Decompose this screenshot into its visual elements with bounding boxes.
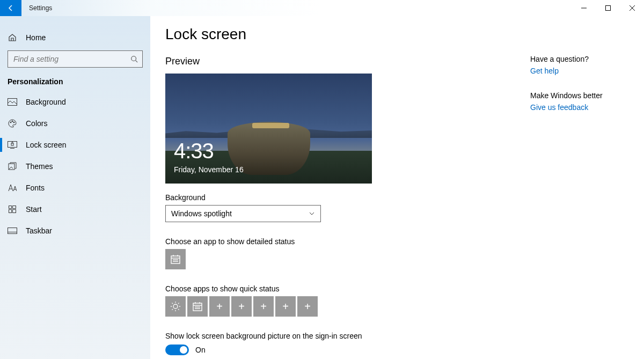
sidebar-item-lock-screen[interactable]: Lock screen	[0, 134, 150, 156]
themes-icon	[8, 162, 17, 171]
feedback-link[interactable]: Give us feedback	[530, 103, 588, 112]
quick-status-tile-calendar[interactable]	[187, 296, 208, 317]
plus-icon: +	[216, 301, 223, 313]
svg-rect-18	[8, 228, 17, 234]
svg-rect-10	[8, 142, 17, 148]
minimize-icon	[581, 5, 587, 11]
sidebar-item-themes[interactable]: Themes	[0, 156, 150, 177]
svg-line-32	[178, 309, 179, 310]
svg-rect-15	[13, 206, 16, 209]
svg-line-33	[172, 309, 173, 310]
back-button[interactable]	[0, 0, 21, 16]
lock-screen-icon	[8, 140, 17, 150]
calendar-icon	[170, 254, 181, 265]
minimize-button[interactable]	[572, 0, 596, 16]
search-icon	[130, 55, 138, 63]
show-bg-label: Show lock screen background picture on t…	[165, 332, 629, 340]
svg-rect-17	[13, 210, 16, 213]
detailed-status-label: Choose an app to show detailed status	[165, 237, 629, 246]
picture-icon	[8, 97, 17, 107]
sidebar-home[interactable]: Home	[0, 27, 150, 48]
sun-icon	[170, 301, 181, 312]
background-select-value: Windows spotlight	[171, 209, 232, 218]
quick-status-tile-weather[interactable]	[165, 296, 186, 317]
search-input[interactable]	[8, 50, 143, 68]
svg-line-34	[178, 303, 179, 304]
plus-icon: +	[260, 301, 267, 313]
svg-point-7	[10, 122, 11, 123]
title-bar: Settings	[0, 0, 644, 16]
show-bg-toggle[interactable]	[165, 345, 189, 355]
sidebar-item-taskbar[interactable]: Taskbar	[0, 220, 150, 241]
svg-rect-16	[9, 210, 12, 213]
sidebar-item-label: Background	[26, 98, 66, 106]
sidebar: Home Personalization Background Colors L…	[0, 16, 150, 359]
preview-date: Friday, November 16	[174, 165, 244, 174]
sidebar-item-label: Taskbar	[26, 226, 52, 235]
quick-status-tile-add[interactable]: +	[231, 296, 252, 317]
question-heading: Have a question?	[530, 55, 627, 63]
sidebar-item-background[interactable]: Background	[0, 91, 150, 113]
quick-status-label: Choose apps to show quick status	[165, 284, 629, 293]
get-help-link[interactable]: Get help	[530, 67, 559, 75]
sidebar-item-fonts[interactable]: Fonts	[0, 177, 150, 199]
palette-icon	[8, 119, 17, 128]
app-title: Settings	[21, 0, 60, 16]
sidebar-item-label: Fonts	[26, 184, 45, 192]
quick-status-tile-add[interactable]: +	[297, 296, 318, 317]
preview-time: 4:33	[174, 139, 214, 163]
detailed-status-app-tile[interactable]	[165, 249, 186, 269]
quick-status-tile-add[interactable]: +	[209, 296, 230, 317]
sidebar-item-colors[interactable]: Colors	[0, 113, 150, 134]
back-arrow-icon	[6, 4, 15, 12]
svg-point-26	[173, 304, 178, 309]
svg-point-8	[12, 121, 13, 122]
lock-screen-preview[interactable]: 4:33 Friday, November 16	[165, 74, 372, 184]
search-field[interactable]	[12, 54, 130, 64]
main-content: Lock screen Preview 4:33 Friday, Novembe…	[150, 16, 644, 359]
sidebar-item-label: Lock screen	[26, 141, 66, 149]
plus-icon: +	[304, 301, 311, 313]
svg-rect-14	[9, 206, 12, 209]
background-select[interactable]: Windows spotlight	[165, 205, 321, 222]
window-controls	[572, 0, 644, 16]
close-button[interactable]	[620, 0, 644, 16]
quick-status-tile-add[interactable]: +	[275, 296, 296, 317]
home-icon	[8, 33, 17, 42]
close-icon	[630, 5, 635, 11]
page-title: Lock screen	[165, 26, 629, 43]
svg-line-5	[136, 61, 138, 63]
svg-rect-1	[605, 6, 610, 11]
svg-line-31	[172, 303, 173, 304]
svg-point-9	[13, 122, 14, 123]
taskbar-icon	[8, 226, 17, 236]
toggle-state: On	[195, 346, 206, 354]
svg-point-4	[131, 56, 136, 61]
start-icon	[8, 204, 17, 214]
quick-status-tile-add[interactable]: +	[253, 296, 274, 317]
help-aside: Have a question? Get help Make Windows b…	[530, 55, 627, 128]
sidebar-item-start[interactable]: Start	[0, 199, 150, 220]
background-label: Background	[165, 193, 629, 202]
maximize-icon	[605, 5, 611, 11]
plus-icon: +	[238, 301, 245, 313]
sidebar-home-label: Home	[26, 33, 46, 42]
sidebar-item-label: Themes	[26, 162, 53, 171]
chevron-down-icon	[309, 210, 315, 217]
sidebar-section: Personalization	[0, 77, 150, 86]
feedback-heading: Make Windows better	[530, 91, 627, 100]
sidebar-item-label: Colors	[26, 119, 47, 128]
plus-icon: +	[282, 301, 289, 313]
calendar-icon	[192, 301, 203, 312]
sidebar-item-label: Start	[26, 205, 42, 214]
maximize-button[interactable]	[596, 0, 620, 16]
svg-rect-12	[11, 143, 13, 145]
fonts-icon	[8, 183, 17, 193]
